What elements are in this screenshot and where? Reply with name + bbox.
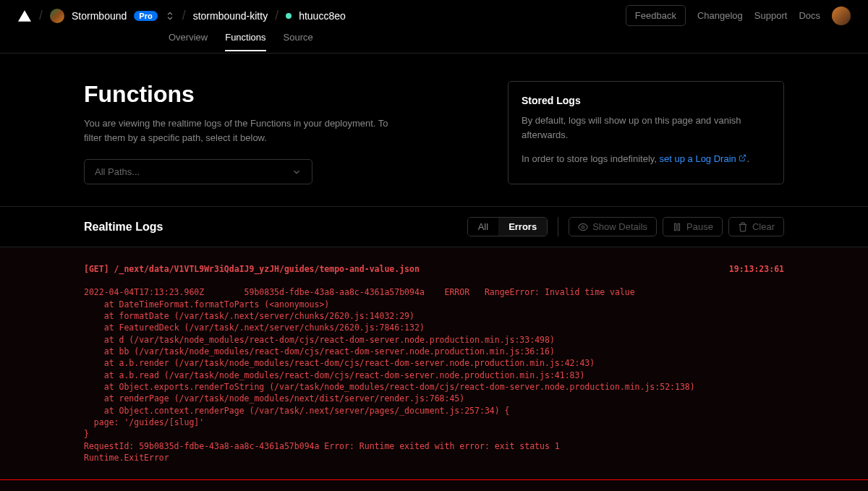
top-header: / Stormbound Pro / stormbound-kitty / ht… [0, 0, 868, 32]
page-title: Functions [84, 81, 482, 108]
tab-functions[interactable]: Functions [225, 32, 265, 51]
log-entry[interactable]: [GET] /_next/data/V1VTL9Wr3iQdaIJ9_yzJH/… [0, 247, 868, 480]
vercel-logo-icon[interactable] [17, 9, 32, 23]
main-content: Functions You are viewing the realtime l… [0, 54, 868, 206]
log-request-line: [GET] /_next/data/V1VTL9Wr3iQdaIJ9_yzJH/… [84, 263, 420, 275]
log-entry[interactable]: [GET] /guides/tempo-and-value 19:13:11:2… [0, 480, 868, 491]
header-right: Feedback Changelog Support Docs [626, 5, 851, 26]
pause-button[interactable]: Pause [663, 217, 723, 236]
info-text-2: In order to store logs indefinitely, set… [522, 152, 770, 166]
info-title: Stored Logs [522, 95, 770, 106]
filter-errors[interactable]: Errors [498, 218, 547, 236]
changelog-link[interactable]: Changelog [697, 10, 743, 21]
project-name[interactable]: Stormbound [72, 10, 127, 22]
user-avatar[interactable] [832, 7, 851, 25]
log-filter-group: All Errors [467, 217, 548, 236]
eye-icon [578, 222, 588, 232]
filter-all[interactable]: All [468, 218, 498, 236]
pro-badge: Pro [134, 11, 157, 21]
clear-button[interactable]: Clear [728, 217, 784, 236]
log-drain-link[interactable]: set up a Log Drain [660, 153, 747, 164]
tab-source[interactable]: Source [284, 32, 313, 51]
functions-intro: Functions You are viewing the realtime l… [84, 81, 482, 184]
chevron-down-icon [292, 167, 302, 177]
tab-overview[interactable]: Overview [169, 32, 208, 51]
project-avatar[interactable] [50, 9, 64, 23]
breadcrumb-sep: / [275, 8, 278, 23]
support-link[interactable]: Support [754, 10, 788, 21]
log-container[interactable]: [GET] /_next/data/V1VTL9Wr3iQdaIJ9_yzJH/… [0, 247, 868, 491]
team-name[interactable]: stormbound-kitty [193, 10, 268, 22]
stored-logs-card: Stored Logs By default, logs will show u… [508, 81, 784, 184]
breadcrumb-sep: / [39, 8, 43, 23]
log-timestamp: 19:13:23:61 [729, 263, 784, 275]
breadcrumb-sep: / [182, 8, 186, 23]
deploy-name[interactable]: htuucc8eo [299, 10, 346, 22]
chevron-updown-icon[interactable] [165, 11, 175, 21]
toolbar-divider [558, 217, 558, 236]
feedback-button[interactable]: Feedback [626, 5, 686, 26]
pause-icon [672, 222, 682, 232]
status-dot-icon [286, 13, 292, 19]
trash-icon [738, 222, 748, 232]
breadcrumb: / Stormbound Pro / stormbound-kitty / ht… [17, 8, 626, 23]
logs-toolbar: Realtime Logs All Errors Show Details Pa… [0, 206, 868, 247]
log-body: 2022-04-04T17:13:23.960Z 59b0835d-fdbe-4… [84, 286, 784, 464]
svg-rect-1 [675, 223, 676, 230]
logs-section-title: Realtime Logs [84, 221, 467, 234]
deployment-tabs: Overview Functions Source [0, 32, 868, 54]
info-text-1: By default, logs will show up on this pa… [522, 114, 770, 142]
docs-link[interactable]: Docs [799, 10, 820, 21]
show-details-button[interactable]: Show Details [569, 217, 657, 236]
path-placeholder: All Paths... [95, 166, 140, 177]
page-description: You are viewing the realtime logs of the… [84, 116, 402, 145]
path-filter-select[interactable]: All Paths... [84, 159, 312, 184]
svg-point-0 [582, 226, 584, 229]
svg-rect-2 [678, 223, 679, 230]
